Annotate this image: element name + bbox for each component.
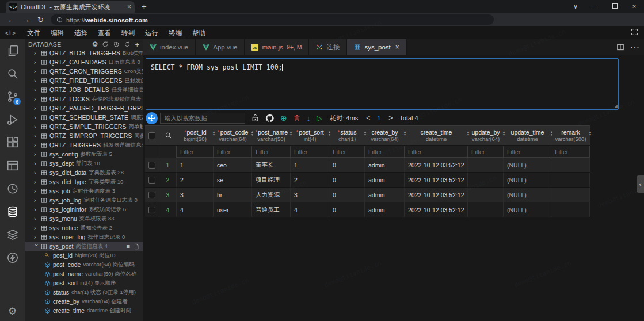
cell-update_time[interactable]: (NULL) [504,158,551,172]
cell-status[interactable]: 0 [329,188,365,202]
run-icon[interactable]: ▷ [317,114,322,123]
filter-input-remark[interactable]: Filter [551,146,590,158]
tree-table-QRTZ_JOB_DETAILS[interactable]: ›QRTZ_JOB_DETAILS任务详细信息... [25,85,143,94]
tree-column-post_name[interactable]: post_namevarchar(50) 岗位名称 [25,269,143,278]
files-icon[interactable] [0,39,25,62]
menu-item-0[interactable]: 文件 [22,29,45,37]
tree-table-sys_config[interactable]: ›sys_config参数配置表 5 [25,150,143,159]
column-header-update_by[interactable]: update_byvarchar(64)▲▼ [468,126,504,145]
window-close-icon[interactable]: × [624,3,644,10]
filter-input-status[interactable]: Filter [329,146,365,158]
cell-create_time[interactable]: 2022-10-12 03:52:12 [405,202,468,217]
split-editor-icon[interactable] [616,43,624,51]
cell-post_code[interactable]: hr [214,188,252,202]
menu-item-3[interactable]: 查看 [93,29,116,37]
row-number[interactable]: 3 [159,188,177,202]
tree-column-post_id[interactable]: post_idbigint(20) 岗位ID [25,251,143,260]
sort-icon[interactable]: ▲▼ [589,131,592,136]
cell-create_by[interactable]: admin [365,173,405,187]
tree-column-create_time[interactable]: create_timedatetime 创建时间 [25,306,143,315]
sort-icon[interactable]: ▲▼ [550,131,553,136]
tree-table-sys_dict_type[interactable]: ›sys_dict_type字典类型表 10 [25,177,143,186]
settings-gear-icon[interactable]: ⚙ [0,305,25,318]
tab-main.js[interactable]: JSmain.js9+, M [245,39,309,55]
sync-icon[interactable] [102,41,109,48]
current-page[interactable]: 1 [377,114,380,121]
tree-table-QRTZ_BLOB_TRIGGERS[interactable]: ›QRTZ_BLOB_TRIGGERSBlob类型的... [25,48,143,58]
cell-status[interactable]: 0 [329,158,365,172]
row-checkbox[interactable] [148,192,155,198]
row-checkbox[interactable] [148,177,155,184]
row-number[interactable]: 2 [159,173,177,187]
sort-icon[interactable]: ▲▼ [403,131,406,136]
resize-handle[interactable]: ◢ [614,104,618,109]
cell-create_time[interactable]: 2022-10-12 03:52:12 [405,158,468,172]
sort-icon[interactable]: ▲▼ [467,131,470,136]
search-input[interactable] [160,113,245,124]
new-tab-icon[interactable]: + [142,1,147,11]
filter-input-post_name[interactable]: Filter [252,146,291,158]
browser-tab[interactable]: <t> CloudIDE - 云原生集成开发环境 × [6,1,135,13]
database-icon[interactable] [0,200,25,223]
cell-post_sort[interactable]: 3 [291,188,329,202]
window-minimize-icon[interactable]: – [585,3,605,10]
tree-table-sys_job[interactable]: ›sys_job定时任务调度表 3 [25,186,143,196]
chevron-right-icon[interactable]: › [34,151,39,158]
chevron-down-icon[interactable]: › [33,244,40,249]
sort-icon[interactable]: ▲▼ [212,131,215,136]
filter-input-update_by[interactable]: Filter [468,146,504,158]
tree-table-QRTZ_TRIGGERS[interactable]: ›QRTZ_TRIGGERS触发器详细信息表 3 [25,140,143,150]
cell-remark[interactable] [551,202,590,217]
refresh-icon[interactable] [124,41,131,48]
tree-table-sys_job_log[interactable]: ›sys_job_log定时任务调度日志表 0 [25,196,143,205]
github-icon[interactable] [265,114,274,123]
cell-create_by[interactable]: admin [365,188,405,202]
back-icon[interactable]: ← [7,16,15,24]
cell-post_code[interactable]: user [214,202,252,217]
menu-item-7[interactable]: 帮助 [187,29,211,37]
column-header-post_name[interactable]: *post_namevarchar(50)▲▼ [252,126,291,145]
sql-editor[interactable]: SELECT * FROM sys_post LIMIT 100; ◢ [146,58,619,110]
list-icon[interactable]: ≡ [127,243,130,250]
row-number[interactable]: 4 [159,202,177,217]
tree-table-sys_dept[interactable]: ›sys_dept部门表 10 [25,159,143,168]
chevron-right-icon[interactable]: › [34,188,39,194]
sort-icon[interactable]: ▲▼ [328,131,331,136]
cell-create_time[interactable]: 2022-10-12 03:52:12 [405,173,468,187]
cell-remark[interactable] [551,158,590,172]
tree-column-post_sort[interactable]: post_sortint(4) 显示顺序 [25,278,143,288]
chevron-right-icon[interactable]: › [34,78,39,84]
column-header-post_id[interactable]: *post_idbigint(20)▲▼ [177,126,214,145]
panel-collapse-handle[interactable]: ‹ [637,175,644,193]
row-number[interactable]: 1 [159,158,177,172]
cell-post_sort[interactable]: 2 [291,173,329,187]
run-and-debug-icon[interactable] [0,108,25,131]
new-file-icon[interactable] [134,243,139,250]
filter-input-post_id[interactable]: Filter [177,146,214,158]
export-icon[interactable]: ↓ [307,114,311,123]
row-checkbox[interactable] [148,207,155,213]
cell-post_id[interactable]: 3 [177,188,214,202]
filter-input-create_by[interactable]: Filter [365,146,405,158]
column-header-status[interactable]: *statuschar(1)▲▼ [329,126,365,145]
filter-input-update_time[interactable]: Filter [504,146,551,158]
cell-update_time[interactable]: (NULL) [504,202,551,217]
column-header-create_time[interactable]: create_timedatetime▲▼ [405,126,468,145]
cell-post_code[interactable]: se [214,173,252,187]
schedule-icon[interactable] [0,177,25,200]
chevron-right-icon[interactable]: › [34,68,39,75]
cell-status[interactable]: 0 [329,173,365,187]
power-icon[interactable] [0,246,25,269]
chevron-right-icon[interactable]: › [34,59,39,66]
sort-icon[interactable]: ▲▼ [251,131,254,136]
tree-table-QRTZ_SIMPLE_TRIGGERS[interactable]: ›QRTZ_SIMPLE_TRIGGERS简单触发... [25,122,143,131]
filter-input-post_sort[interactable]: Filter [291,146,329,158]
unlock-icon[interactable] [251,114,259,122]
chevron-right-icon[interactable]: › [34,87,39,93]
next-page-icon[interactable]: > [388,114,393,122]
chevron-right-icon[interactable]: › [34,96,39,102]
column-header-post_sort[interactable]: *post_sortint(4)▲▼ [291,126,329,145]
fullscreen-icon[interactable] [631,28,638,36]
column-header-post_code[interactable]: *post_codevarchar(64)▲▼ [214,126,252,145]
filter-input-post_code[interactable]: Filter [214,146,252,158]
